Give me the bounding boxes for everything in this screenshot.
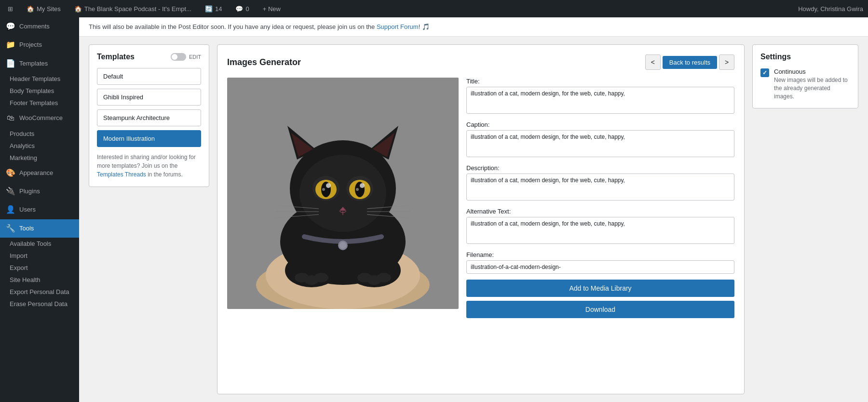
- description-textarea[interactable]: [466, 174, 734, 201]
- svg-point-17: [326, 183, 331, 188]
- svg-point-19: [360, 183, 365, 188]
- sidebar-item-appearance[interactable]: 🎨 Appearance: [0, 164, 79, 182]
- products-label: Products: [10, 130, 34, 137]
- projects-icon: 📁: [6, 40, 15, 50]
- comment-icon: 💬: [235, 5, 243, 13]
- info-banner: This will also be available in the Post …: [79, 17, 868, 37]
- body-templates-label: Body Templates: [10, 87, 54, 94]
- back-to-results-button[interactable]: Back to results: [663, 56, 717, 69]
- sidebar-item-erase-personal-data[interactable]: Erase Personal Data: [0, 298, 79, 310]
- continuous-checkbox[interactable]: [760, 68, 769, 77]
- continuous-label: Continuous: [774, 68, 850, 75]
- image-preview: [227, 78, 459, 322]
- site-name-label: The Blank Space Podcast - It's Empt...: [84, 5, 191, 13]
- generator-title: Images Generator: [227, 57, 301, 67]
- footer-templates-label: Footer Templates: [10, 99, 58, 107]
- site-health-label: Site Health: [10, 276, 41, 283]
- sidebar-item-footer-templates[interactable]: Footer Templates: [0, 97, 79, 109]
- sidebar-item-comments[interactable]: 💬 Comments: [0, 17, 79, 36]
- sidebar-item-woocommerce[interactable]: 🛍 WooCommerce: [0, 109, 79, 127]
- settings-title: Settings: [760, 53, 850, 61]
- new-content[interactable]: + New: [260, 0, 284, 17]
- updates[interactable]: 🔄 14: [202, 0, 225, 17]
- sidebar-item-users[interactable]: 👤 Users: [0, 201, 79, 219]
- download-button[interactable]: Download: [466, 301, 734, 318]
- sidebar-item-analytics[interactable]: Analytics: [0, 140, 79, 152]
- available-tools-label: Available Tools: [10, 240, 51, 247]
- comments-admin[interactable]: 💬 0: [232, 0, 252, 17]
- description-field-group: Description:: [466, 164, 734, 202]
- templates-icon: 📄: [6, 58, 15, 69]
- sidebar-item-tools[interactable]: 🔧 Tools: [0, 219, 79, 238]
- updates-count: 14: [215, 5, 222, 13]
- comments-count: 0: [245, 5, 249, 13]
- template-ghibli-label: Ghibli Inspired: [103, 94, 143, 101]
- description-label: Description:: [466, 164, 734, 172]
- sidebar-item-marketing[interactable]: Marketing: [0, 152, 79, 164]
- erase-personal-data-label: Erase Personal Data: [10, 300, 68, 308]
- sidebar-item-export-personal-data[interactable]: Export Personal Data: [0, 286, 79, 298]
- edit-toggle[interactable]: EDIT: [171, 53, 201, 61]
- generator-nav: < Back to results >: [645, 54, 734, 70]
- template-item-default[interactable]: Default: [97, 68, 201, 85]
- sidebar-item-label: Plugins: [19, 187, 40, 196]
- sidebar-item-templates[interactable]: 📄 Templates: [0, 54, 79, 73]
- sidebar-item-body-templates[interactable]: Body Templates: [0, 85, 79, 97]
- next-button[interactable]: >: [719, 54, 734, 70]
- my-sites[interactable]: 🏠 My Sites: [24, 0, 64, 17]
- sidebar-item-products[interactable]: Products: [0, 128, 79, 140]
- updates-icon: 🔄: [205, 5, 213, 13]
- caption-label: Caption:: [466, 121, 734, 128]
- sidebar-item-import[interactable]: Import: [0, 250, 79, 262]
- template-item-steampunk[interactable]: Steampunk Architecture: [97, 109, 201, 126]
- template-item-modern[interactable]: Modern Illustration: [97, 130, 201, 147]
- sidebar-item-label: Templates: [19, 59, 48, 68]
- caption-textarea[interactable]: [466, 130, 734, 157]
- template-steampunk-label: Steampunk Architecture: [103, 114, 170, 121]
- cat-illustration: [227, 78, 459, 309]
- sidebar-item-available-tools[interactable]: Available Tools: [0, 238, 79, 250]
- export-personal-data-label: Export Personal Data: [10, 288, 69, 295]
- banner-text: This will also be available in the Post …: [89, 23, 377, 30]
- title-textarea[interactable]: [466, 87, 734, 114]
- templates-threads-link[interactable]: Templates Threads: [97, 171, 146, 178]
- caption-field-group: Caption:: [466, 121, 734, 159]
- toggle-label: EDIT: [189, 54, 201, 60]
- analytics-label: Analytics: [10, 142, 35, 149]
- sidebar-item-projects[interactable]: 📁 Projects: [0, 36, 79, 54]
- howdy-text: Howdy, Christina Gwira: [798, 5, 863, 13]
- export-label: Export: [10, 264, 28, 271]
- sidebar-item-label: Comments: [19, 22, 50, 31]
- toggle-switch[interactable]: [171, 53, 186, 61]
- import-label: Import: [10, 252, 27, 259]
- user-info[interactable]: Howdy, Christina Gwira: [798, 5, 863, 13]
- templates-note: Interested in sharing and/or looking for…: [97, 153, 201, 179]
- sidebar-item-label: Users: [19, 205, 36, 214]
- continuous-option[interactable]: Continuous New images will be added to t…: [760, 68, 850, 100]
- support-forum-link[interactable]: Support Forum: [377, 23, 419, 30]
- site-icon: 🏠: [74, 5, 82, 13]
- template-item-ghibli[interactable]: Ghibli Inspired: [97, 89, 201, 106]
- sidebar-item-export[interactable]: Export: [0, 262, 79, 274]
- sidebar-item-site-health[interactable]: Site Health: [0, 274, 79, 286]
- admin-bar: ⊞ 🏠 My Sites 🏠 The Blank Space Podcast -…: [0, 0, 868, 17]
- comments-icon: 💬: [6, 21, 15, 32]
- add-to-media-library-button[interactable]: Add to Media Library: [466, 280, 734, 297]
- prev-button[interactable]: <: [645, 54, 661, 70]
- templates-panel: Templates EDIT Default Ghibli Inspired S: [89, 44, 209, 187]
- continuous-description: New images will be added to the already …: [774, 76, 850, 100]
- my-sites-label: My Sites: [37, 5, 61, 13]
- svg-point-20: [356, 188, 359, 191]
- alt-textarea[interactable]: [466, 217, 734, 244]
- home-icon: 🏠: [27, 5, 34, 13]
- template-modern-label: Modern Illustration: [103, 135, 155, 142]
- sidebar: 💬 Comments 📁 Projects 📄 Templates Header…: [0, 17, 79, 402]
- sidebar-item-header-templates[interactable]: Header Templates: [0, 73, 79, 85]
- sidebar-item-plugins[interactable]: 🔌 Plugins: [0, 182, 79, 201]
- svg-point-36: [377, 273, 391, 282]
- svg-point-38: [339, 242, 346, 249]
- wp-logo[interactable]: ⊞: [5, 0, 16, 17]
- site-name[interactable]: 🏠 The Blank Space Podcast - It's Empt...: [71, 0, 194, 17]
- filename-field-group: Filename:: [466, 251, 734, 274]
- filename-input[interactable]: [466, 260, 734, 274]
